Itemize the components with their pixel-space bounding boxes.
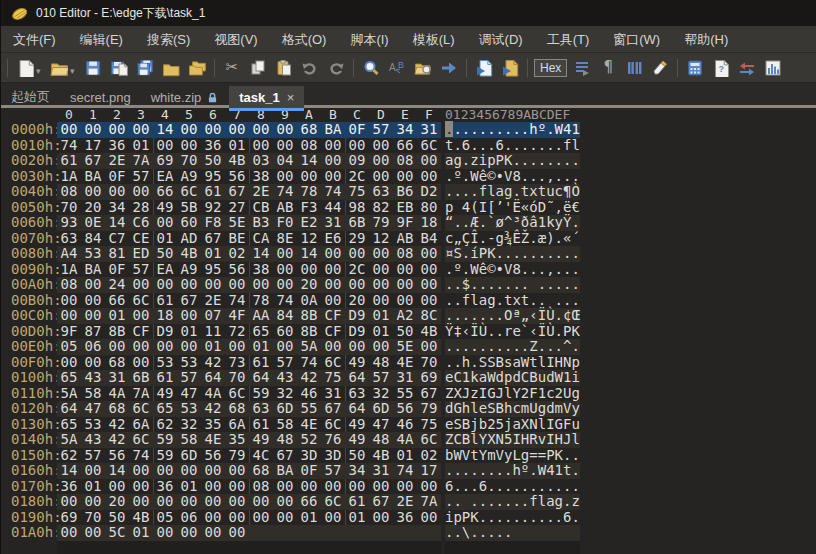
- hex-bytes[interactable]: 70203428495B9227CBABF3449882EB80: [57, 200, 441, 216]
- folder-icon[interactable]: [159, 56, 183, 80]
- hex-byte[interactable]: 00: [273, 339, 297, 355]
- menu-item[interactable]: 编辑(E): [68, 27, 135, 52]
- hex-byte[interactable]: 00: [57, 293, 81, 309]
- hex-byte[interactable]: 6C: [225, 386, 249, 402]
- hex-byte[interactable]: 4B: [177, 246, 201, 262]
- hex-byte[interactable]: 35: [201, 417, 225, 433]
- hex-byte[interactable]: 00: [369, 262, 393, 278]
- hex-byte[interactable]: 58: [177, 432, 201, 448]
- dropdown-caret-icon[interactable]: ▾: [70, 66, 78, 76]
- hex-byte[interactable]: 2C: [345, 262, 369, 278]
- hex-byte[interactable]: D9: [345, 324, 369, 340]
- hex-byte[interactable]: 36: [153, 479, 177, 495]
- hex-byte[interactable]: 38: [249, 169, 273, 185]
- hex-row[interactable]: 0120h:6447686C65534268636D5567646D5679dG…: [1, 401, 816, 417]
- hex-byte[interactable]: 14: [249, 246, 273, 262]
- hex-byte[interactable]: 00: [417, 246, 441, 262]
- hex-byte[interactable]: 53: [153, 355, 177, 371]
- hex-byte[interactable]: 67: [81, 153, 105, 169]
- hex-byte[interactable]: 00: [321, 246, 345, 262]
- hex-byte[interactable]: 63: [369, 184, 393, 200]
- menu-item[interactable]: 格式(O): [270, 27, 339, 52]
- hex-byte[interactable]: 02: [225, 246, 249, 262]
- hex-byte[interactable]: 65: [57, 370, 81, 386]
- hex-byte[interactable]: 76: [321, 432, 345, 448]
- hex-row[interactable]: 0070h:6384C7CE01AD67BECA8E12E62912ABB4c„…: [1, 231, 816, 247]
- hex-byte[interactable]: A9: [177, 262, 201, 278]
- hex-byte[interactable]: BA: [81, 262, 105, 278]
- hex-byte[interactable]: 56: [225, 262, 249, 278]
- hex-byte[interactable]: 31: [393, 370, 417, 386]
- new-file-icon[interactable]: [13, 56, 37, 80]
- ascii-text[interactable]: .......Oª„‹ÏÙ.¢Œ: [445, 308, 580, 324]
- hex-bytes[interactable]: 00006800535342736157746C49484E70: [57, 355, 441, 371]
- hex-byte[interactable]: 14: [297, 246, 321, 262]
- hex-byte[interactable]: 5A: [57, 386, 81, 402]
- hex-byte[interactable]: 01: [81, 479, 105, 495]
- ascii-text[interactable]: ..flag.txt.. ...: [445, 293, 580, 309]
- hex-byte[interactable]: 00: [57, 308, 81, 324]
- hex-byte[interactable]: 17: [81, 138, 105, 154]
- hex-byte[interactable]: 01: [177, 324, 201, 340]
- hex-byte[interactable]: 08: [393, 153, 417, 169]
- hex-byte[interactable]: 74: [321, 184, 345, 200]
- hex-byte[interactable]: 67: [177, 293, 201, 309]
- hex-byte[interactable]: 61: [57, 153, 81, 169]
- hex-byte[interactable]: 00: [249, 138, 273, 154]
- hex-byte[interactable]: 0F: [297, 463, 321, 479]
- hex-byte[interactable]: 69: [57, 510, 81, 526]
- hex-row[interactable]: 0150h:62575674596D56794C673D3D504B0102bW…: [1, 448, 816, 464]
- hex-byte[interactable]: 60: [273, 324, 297, 340]
- hex-byte[interactable]: 4A: [105, 386, 129, 402]
- hex-byte[interactable]: 08: [297, 138, 321, 154]
- hex-byte[interactable]: 01: [297, 510, 321, 526]
- calculator-icon[interactable]: [683, 56, 707, 80]
- menu-item[interactable]: 搜索(S): [135, 27, 202, 52]
- hex-byte[interactable]: 00: [153, 339, 177, 355]
- hex-byte[interactable]: 6C: [177, 184, 201, 200]
- hex-byte[interactable]: 34: [393, 122, 417, 138]
- hex-bytes[interactable]: 000001001800074FAA848BCFD901A28C: [57, 308, 441, 324]
- hex-byte[interactable]: 00: [369, 479, 393, 495]
- hex-byte[interactable]: 79: [225, 448, 249, 464]
- find-icon[interactable]: [359, 56, 383, 80]
- hex-byte[interactable]: [369, 525, 393, 541]
- hex-byte[interactable]: 00: [153, 215, 177, 231]
- hex-byte[interactable]: 00: [201, 494, 225, 510]
- hex-byte[interactable]: 62: [57, 448, 81, 464]
- hex-byte[interactable]: 12: [297, 231, 321, 247]
- hex-byte[interactable]: 58: [81, 386, 105, 402]
- tab-task_1[interactable]: task_1×: [229, 86, 304, 108]
- hex-byte[interactable]: 00: [177, 308, 201, 324]
- hex-byte[interactable]: 24: [105, 277, 129, 293]
- hex-bytes[interactable]: 9F878BCFD901117265608BCFD901504B: [57, 324, 441, 340]
- hex-byte[interactable]: F8: [201, 215, 225, 231]
- hex-byte[interactable]: 48: [369, 432, 393, 448]
- hex-byte[interactable]: 00: [369, 153, 393, 169]
- hex-byte[interactable]: 56: [105, 448, 129, 464]
- hex-byte[interactable]: 00: [249, 122, 273, 138]
- hex-byte[interactable]: 49: [345, 355, 369, 371]
- hex-bytes[interactable]: 08000000666C61672E7478747563B6D2: [57, 184, 441, 200]
- hex-byte[interactable]: 00: [225, 479, 249, 495]
- hex-byte[interactable]: 04: [273, 153, 297, 169]
- hex-row[interactable]: 01A0h:00005C0100000000..\.....: [1, 525, 816, 541]
- hex-byte[interactable]: 7A: [417, 494, 441, 510]
- hex-byte[interactable]: 00: [129, 122, 153, 138]
- hex-byte[interactable]: 4C: [249, 448, 273, 464]
- hex-byte[interactable]: 00: [153, 463, 177, 479]
- hex-byte[interactable]: 53: [177, 401, 201, 417]
- hex-byte[interactable]: 20: [81, 200, 105, 216]
- hex-byte[interactable]: 74: [273, 293, 297, 309]
- hex-row[interactable]: 0050h:70203428495B9227CBABF3449882EB80p …: [1, 200, 816, 216]
- hex-byte[interactable]: 01: [129, 138, 153, 154]
- hex-byte[interactable]: 00: [57, 122, 81, 138]
- ascii-text[interactable]: ZCBlYXN5IHRvIHJl: [445, 432, 580, 448]
- folders-icon[interactable]: [185, 56, 209, 80]
- hex-byte[interactable]: 49: [345, 417, 369, 433]
- histogram-icon[interactable]: [761, 56, 785, 80]
- ascii-text[interactable]: ag.zipPK........: [445, 153, 580, 169]
- hex-byte[interactable]: 8E: [273, 231, 297, 247]
- hex-byte[interactable]: 00: [297, 169, 321, 185]
- hex-byte[interactable]: 00: [105, 122, 129, 138]
